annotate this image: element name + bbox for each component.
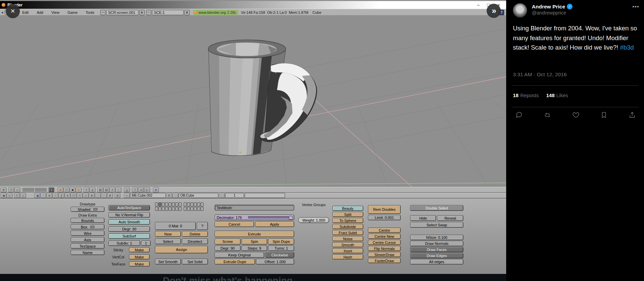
toolbar-icon[interactable]: □ [64, 187, 69, 192]
toolbar-icon[interactable]: + [110, 187, 115, 192]
material-index-cell[interactable] [158, 207, 161, 211]
panel-button-turns-1[interactable]: Turns: 1 [268, 246, 294, 251]
panel-button-new[interactable]: New [155, 231, 181, 237]
panel-button-select[interactable]: Select [155, 238, 181, 244]
panel-button-offset-1-000[interactable]: Offset: 1.000 [256, 259, 294, 264]
toolbar-icon[interactable]: ◀ [34, 193, 40, 198]
layer-toggle[interactable] [40, 190, 42, 192]
header-field-1[interactable]: 1 [225, 193, 244, 198]
panel-button-clockwise[interactable]: Clockwise [265, 252, 294, 258]
share-icon[interactable] [628, 111, 636, 119]
layer-toggle[interactable] [32, 190, 34, 192]
panel-button-wire[interactable]: Wire [71, 231, 104, 236]
bookmark-icon[interactable] [600, 111, 608, 119]
panel-button-assign[interactable]: Assign [155, 246, 208, 253]
hashtag-link[interactable]: #b3d [620, 44, 634, 51]
panel-button-smooth[interactable]: Smooth [332, 242, 363, 247]
toolbar-icon[interactable]: = [7, 193, 12, 198]
panel-button-make[interactable]: Make [129, 247, 150, 252]
panel-button-1[interactable]: 1 [141, 241, 151, 246]
toolbar-icon[interactable]: / [95, 193, 101, 198]
toolbar-icon[interactable]: ∫ [59, 193, 64, 198]
like-icon[interactable] [572, 111, 580, 119]
material-index-cell[interactable] [194, 207, 197, 211]
layer-toggle[interactable] [37, 190, 39, 192]
layer-toggle[interactable] [37, 188, 39, 190]
material-index-cell[interactable] [172, 207, 175, 211]
material-index-cell[interactable] [168, 202, 172, 206]
panel-button-hash[interactable]: Hash [332, 254, 363, 259]
material-index-cell[interactable] [190, 202, 193, 206]
panel-button-apply[interactable]: Apply [255, 221, 295, 227]
layer-buttons[interactable] [23, 188, 47, 192]
panel-button-slowerdraw[interactable]: SlowerDraw [368, 252, 401, 257]
toolbar-icon[interactable]: / [132, 187, 138, 192]
panel-button-fract-subd[interactable]: Fract Subd [332, 230, 363, 235]
menu-edit[interactable]: Edit [22, 10, 29, 15]
panel-button-spin[interactable]: Spin [242, 238, 268, 245]
panel-button-texmesh[interactable]: TexMesh: [215, 205, 294, 210]
layer-toggle[interactable] [42, 190, 44, 192]
panel-button-no-v-normal-flip[interactable]: No V.Normal Flip [109, 212, 150, 218]
panel-button-texspace[interactable]: TexSpace [71, 244, 104, 249]
material-index-cell[interactable] [187, 202, 190, 206]
close-lightbox-button[interactable]: × [6, 4, 20, 18]
material-index-cell[interactable] [162, 202, 165, 206]
panel-button-auto-smooth[interactable]: Auto Smooth [109, 219, 150, 225]
toolbar-icon[interactable] [219, 193, 225, 198]
menu-view[interactable]: View [51, 10, 59, 15]
next-image-button[interactable]: » [487, 4, 501, 18]
toolbar-icon[interactable]: ■ [70, 187, 75, 192]
toolbar-icon[interactable]: □ [14, 193, 20, 198]
minimize-button[interactable]: − [477, 3, 480, 7]
toolbar-icon[interactable]: Ω [97, 187, 103, 192]
material-index-cell[interactable] [201, 207, 204, 211]
toolbar-icon[interactable]: − [124, 193, 130, 198]
panel-button-box[interactable]: Box [71, 224, 104, 229]
material-index-cell[interactable] [158, 202, 161, 206]
material-index-grid[interactable] [155, 202, 204, 212]
toolbar-icon[interactable]: ● [65, 193, 70, 198]
material-index-cell[interactable] [190, 207, 193, 211]
panel-button-hide[interactable]: Hide [410, 215, 436, 221]
panel-button-set-smooth[interactable]: Set Smooth [155, 259, 181, 264]
panel-button-select-swap[interactable]: Select Swap [410, 222, 463, 228]
toolbar-icon[interactable]: ⌂ [14, 187, 20, 192]
toolbar-icon[interactable]: ■ [115, 193, 120, 198]
toolbar-icon[interactable]: : [116, 187, 121, 192]
panel-button-extrude[interactable]: Extrude [215, 231, 294, 237]
toolbar-icon[interactable]: ▷ [144, 187, 150, 192]
reply-icon[interactable] [516, 111, 523, 119]
material-index-cell[interactable] [194, 202, 197, 206]
panel-button-degr-30[interactable]: Degr: 30 [109, 226, 150, 232]
panel-button-nsize-0-100[interactable]: NSize: 0.100 [410, 235, 463, 240]
material-index-cell[interactable] [187, 207, 190, 211]
panel-button-noise[interactable]: Noise [332, 236, 363, 241]
panel-button-fasterdraw[interactable]: FasterDraw [368, 258, 401, 263]
panel-button-make[interactable]: Make [129, 254, 150, 259]
toolbar-icon[interactable]: Ω [103, 187, 109, 192]
menu-tools[interactable]: Tools [86, 10, 94, 15]
layer-toggle[interactable] [23, 188, 25, 190]
toolbar-icon[interactable]: ▪ [49, 187, 54, 192]
material-index-cell[interactable] [172, 202, 175, 206]
toolbar-icon[interactable]: □ [71, 193, 76, 198]
layer-toggle[interactable] [30, 190, 32, 192]
menu-game[interactable]: Game [67, 10, 78, 15]
toolbar-icon[interactable]: ~ [77, 193, 83, 198]
panel-button-autotexspace[interactable]: AutoTexSpace [109, 205, 150, 210]
panel-button-draw-faces[interactable]: Draw Faces [410, 247, 463, 252]
panel-button-draw-normals[interactable]: Draw Normals [410, 241, 463, 246]
layer-toggle[interactable] [35, 190, 37, 192]
stat-likes[interactable]: 148Likes [546, 92, 568, 98]
toolbar-icon[interactable]: □ [8, 187, 14, 192]
material-index-cell[interactable] [197, 207, 200, 211]
toolbar-icon[interactable]: ⌂ [20, 193, 26, 198]
material-index-cell[interactable] [179, 207, 182, 211]
material-index-cell[interactable] [197, 202, 200, 206]
tweet-timestamp[interactable]: 3:31 AM · Oct 12, 2016 [513, 72, 566, 78]
layer-toggle[interactable] [42, 188, 44, 190]
panel-button-decimator-176[interactable]: Decimator: 176 [215, 215, 294, 220]
avatar[interactable] [513, 3, 527, 18]
material-index-cell[interactable] [184, 207, 187, 211]
